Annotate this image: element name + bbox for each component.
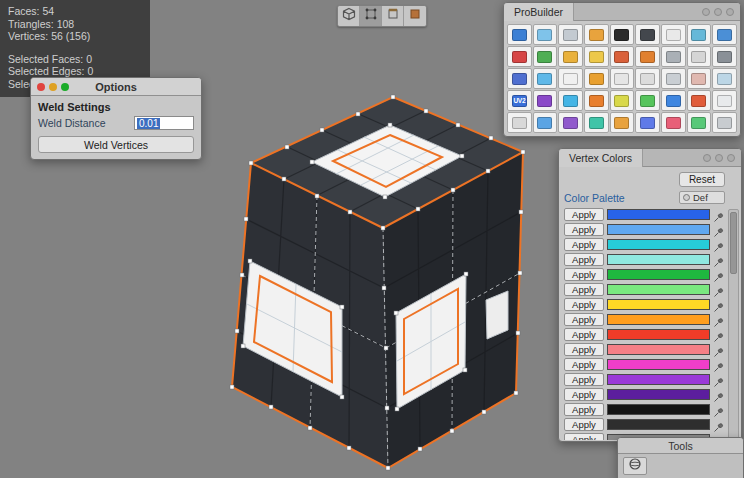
eyedropper-icon[interactable] bbox=[713, 419, 725, 431]
apply-color-button[interactable]: Apply bbox=[564, 238, 604, 251]
palette-asset-field[interactable]: Def bbox=[679, 191, 725, 204]
apply-color-button[interactable]: Apply bbox=[564, 313, 604, 326]
eyedropper-icon[interactable] bbox=[713, 389, 725, 401]
color-swatch[interactable] bbox=[607, 239, 710, 250]
probuilder-tool-button[interactable] bbox=[661, 46, 686, 67]
probuilder-tool-button[interactable] bbox=[610, 68, 635, 89]
window-menu-icon[interactable] bbox=[702, 8, 710, 16]
probuilder-tool-button[interactable] bbox=[558, 68, 583, 89]
apply-color-button[interactable]: Apply bbox=[564, 283, 604, 296]
color-swatch[interactable] bbox=[607, 344, 710, 355]
probuilder-tool-button[interactable] bbox=[712, 112, 737, 133]
probuilder-tool-button[interactable] bbox=[507, 112, 532, 133]
window-menu-icon[interactable] bbox=[703, 154, 711, 162]
color-swatch[interactable] bbox=[607, 314, 710, 325]
apply-color-button[interactable]: Apply bbox=[564, 358, 604, 371]
probuilder-tool-button[interactable] bbox=[687, 68, 712, 89]
color-swatch[interactable] bbox=[607, 254, 710, 265]
eyedropper-icon[interactable] bbox=[713, 254, 725, 266]
probuilder-tool-button[interactable]: UV2 bbox=[507, 90, 532, 111]
eyedropper-icon[interactable] bbox=[713, 359, 725, 371]
color-swatch[interactable] bbox=[607, 374, 710, 385]
eyedropper-icon[interactable] bbox=[713, 404, 725, 416]
apply-color-button[interactable]: Apply bbox=[564, 223, 604, 236]
probuilder-tool-button[interactable] bbox=[558, 46, 583, 67]
object-mode-button[interactable] bbox=[338, 6, 360, 26]
eyedropper-icon[interactable] bbox=[713, 374, 725, 386]
eyedropper-icon[interactable] bbox=[713, 314, 725, 326]
probuilder-tool-button[interactable] bbox=[687, 46, 712, 67]
probuilder-tool-button[interactable] bbox=[661, 112, 686, 133]
sphere-tool-button[interactable] bbox=[623, 457, 647, 475]
probuilder-tool-button[interactable] bbox=[610, 90, 635, 111]
probuilder-tool-button[interactable] bbox=[533, 112, 558, 133]
face-mode-button[interactable] bbox=[404, 6, 426, 26]
apply-color-button[interactable]: Apply bbox=[564, 343, 604, 356]
apply-color-button[interactable]: Apply bbox=[564, 418, 604, 431]
probuilder-tool-button[interactable] bbox=[584, 24, 609, 45]
probuilder-tool-button[interactable] bbox=[687, 24, 712, 45]
apply-color-button[interactable]: Apply bbox=[564, 388, 604, 401]
apply-color-button[interactable]: Apply bbox=[564, 373, 604, 386]
probuilder-tool-button[interactable] bbox=[533, 68, 558, 89]
probuilder-tool-button[interactable] bbox=[584, 68, 609, 89]
eyedropper-icon[interactable] bbox=[713, 299, 725, 311]
probuilder-tool-button[interactable] bbox=[661, 68, 686, 89]
apply-color-button[interactable]: Apply bbox=[564, 433, 604, 440]
color-swatch[interactable] bbox=[607, 404, 710, 415]
eyedropper-icon[interactable] bbox=[713, 329, 725, 341]
minimize-icon[interactable] bbox=[49, 83, 57, 91]
color-swatch[interactable] bbox=[607, 299, 710, 310]
eyedropper-icon[interactable] bbox=[713, 284, 725, 296]
probuilder-tool-button[interactable] bbox=[610, 112, 635, 133]
probuilder-tool-button[interactable] bbox=[687, 112, 712, 133]
probuilder-tool-button[interactable] bbox=[610, 24, 635, 45]
reset-button[interactable]: Reset bbox=[679, 172, 725, 187]
tools-titlebar[interactable]: Tools bbox=[618, 438, 743, 454]
eyedropper-icon[interactable] bbox=[713, 269, 725, 281]
options-titlebar[interactable]: Options bbox=[31, 78, 201, 96]
probuilder-titlebar[interactable]: ProBuilder bbox=[504, 3, 740, 21]
vertex-mode-button[interactable] bbox=[360, 6, 382, 26]
eyedropper-icon[interactable] bbox=[713, 239, 725, 251]
probuilder-tool-button[interactable] bbox=[610, 46, 635, 67]
window-lock-icon[interactable] bbox=[714, 8, 722, 16]
probuilder-tool-button[interactable] bbox=[661, 90, 686, 111]
probuilder-tool-button[interactable] bbox=[558, 90, 583, 111]
probuilder-tool-button[interactable] bbox=[635, 68, 660, 89]
probuilder-tab[interactable]: ProBuilder bbox=[504, 3, 574, 21]
window-lock-icon[interactable] bbox=[715, 154, 723, 162]
vertex-colors-tab[interactable]: Vertex Colors bbox=[559, 149, 643, 167]
probuilder-tool-button[interactable] bbox=[635, 112, 660, 133]
probuilder-tool-button[interactable] bbox=[584, 46, 609, 67]
probuilder-tool-button[interactable] bbox=[533, 24, 558, 45]
probuilder-tool-button[interactable] bbox=[635, 46, 660, 67]
eyedropper-icon[interactable] bbox=[713, 209, 725, 221]
weld-vertices-button[interactable]: Weld Vertices bbox=[38, 136, 194, 153]
apply-color-button[interactable]: Apply bbox=[564, 253, 604, 266]
color-swatch[interactable] bbox=[607, 359, 710, 370]
apply-color-button[interactable]: Apply bbox=[564, 208, 604, 221]
color-swatch[interactable] bbox=[607, 209, 710, 220]
apply-color-button[interactable]: Apply bbox=[564, 268, 604, 281]
palette-scrollbar-thumb[interactable] bbox=[730, 212, 737, 274]
probuilder-tool-button[interactable] bbox=[558, 112, 583, 133]
close-icon[interactable] bbox=[37, 83, 45, 91]
vertex-colors-titlebar[interactable]: Vertex Colors bbox=[559, 149, 741, 167]
window-close-icon[interactable] bbox=[727, 154, 735, 162]
probuilder-tool-button[interactable] bbox=[712, 46, 737, 67]
zoom-icon[interactable] bbox=[61, 83, 69, 91]
probuilder-tool-button[interactable] bbox=[533, 46, 558, 67]
probuilder-tool-button[interactable] bbox=[712, 68, 737, 89]
window-close-icon[interactable] bbox=[726, 8, 734, 16]
apply-color-button[interactable]: Apply bbox=[564, 328, 604, 341]
apply-color-button[interactable]: Apply bbox=[564, 298, 604, 311]
color-swatch[interactable] bbox=[607, 329, 710, 340]
eyedropper-icon[interactable] bbox=[713, 224, 725, 236]
probuilder-tool-button[interactable] bbox=[687, 90, 712, 111]
color-swatch[interactable] bbox=[607, 419, 710, 430]
apply-color-button[interactable]: Apply bbox=[564, 403, 604, 416]
probuilder-tool-button[interactable] bbox=[712, 90, 737, 111]
color-swatch[interactable] bbox=[607, 284, 710, 295]
probuilder-tool-button[interactable] bbox=[584, 90, 609, 111]
